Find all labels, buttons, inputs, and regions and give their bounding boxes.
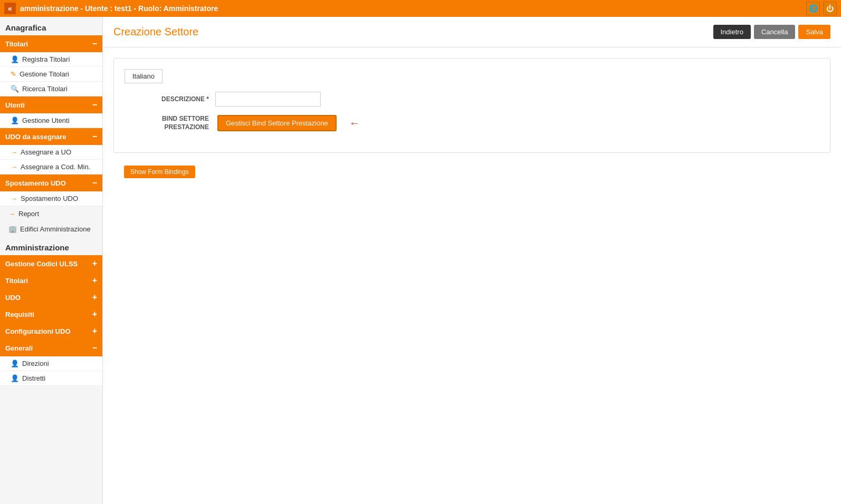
sidebar-item-edifici-label: Edifici Amministrazione	[20, 225, 91, 233]
sidebar-group-requisiti-toggle: +	[92, 309, 97, 319]
sidebar-item-distretti-label: Distretti	[22, 374, 45, 382]
indietro-button[interactable]: Indietro	[713, 25, 751, 39]
sidebar-item-assegnare-cod-min-label: Assegnare a Cod. Min.	[21, 163, 90, 171]
descrizione-input[interactable]	[215, 92, 321, 106]
sidebar-item-spostamento-udo[interactable]: → Spostamento UDO	[0, 191, 102, 206]
sidebar-group-titolari-admin-toggle: +	[92, 276, 97, 285]
sidebar-item-registra-titolari-label: Registra Titolari	[22, 55, 70, 63]
show-form-bindings-area: Show Form Bindings	[124, 166, 830, 178]
arrow-indicator: ←	[349, 117, 360, 129]
person-icon: 👤	[11, 55, 19, 63]
sidebar: Anagrafica Titolari − 👤 Registra Titolar…	[0, 17, 103, 504]
sidebar-item-report-label: Report	[18, 210, 39, 218]
arrow-icon-3: →	[11, 195, 17, 202]
layout: Anagrafica Titolari − 👤 Registra Titolar…	[0, 17, 841, 504]
sidebar-group-gestione-codici-ulss-toggle: +	[92, 259, 97, 268]
sidebar-item-gestione-titolari-label: Gestione Titolari	[20, 70, 69, 78]
sidebar-item-spostamento-udo-label: Spostamento UDO	[21, 195, 78, 202]
arrow-icon-4: →	[8, 210, 15, 218]
sidebar-item-registra-titolari[interactable]: 👤 Registra Titolari	[0, 52, 102, 67]
sidebar-group-titolari-label: Titolari	[5, 40, 28, 48]
sidebar-group-configurazioni-udo-label: Configurazioni UDO	[5, 327, 71, 335]
sidebar-group-generali-label: Generali	[5, 344, 33, 352]
content-header: Creazione Settore Indietro Cancella Salv…	[103, 17, 841, 47]
sidebar-group-udo-admin[interactable]: UDO +	[0, 289, 102, 306]
sidebar-group-utenti-toggle: −	[92, 100, 97, 110]
search-icon: 🔍	[11, 85, 19, 93]
topbar-icons: 🌐 ⏻	[806, 2, 837, 15]
topbar: « amministrazione - Utente : test1 - Ruo…	[0, 0, 841, 17]
sidebar-group-generali-toggle: −	[92, 343, 97, 353]
sidebar-group-titolari-admin-label: Titolari	[5, 277, 28, 285]
edit-icon: ✎	[11, 70, 16, 78]
sidebar-item-direzioni-label: Direzioni	[22, 360, 49, 367]
sidebar-item-gestione-titolari[interactable]: ✎ Gestione Titolari	[0, 67, 102, 82]
building-icon: 🏢	[8, 225, 17, 233]
header-buttons: Indietro Cancella Salva	[713, 25, 831, 39]
sidebar-group-gestione-codici-ulss-label: Gestione Codici ULSS	[5, 260, 78, 268]
salva-button[interactable]: Salva	[798, 25, 830, 39]
topbar-collapse-button[interactable]: «	[4, 3, 16, 14]
gestisci-bind-button[interactable]: Gestisci Bind Settore Prestazione	[217, 115, 337, 131]
person-icon-3: 👤	[11, 360, 19, 367]
sidebar-group-utenti[interactable]: Utenti −	[0, 96, 102, 113]
descrizione-row: DESCRIZIONE *	[125, 92, 819, 106]
sidebar-group-utenti-label: Utenti	[5, 101, 25, 109]
sidebar-group-configurazioni-udo[interactable]: Configurazioni UDO +	[0, 323, 102, 340]
arrow-icon: →	[11, 148, 17, 156]
form-area: Italiano DESCRIZIONE * BIND SETTORE PRES…	[103, 47, 841, 189]
sidebar-item-report[interactable]: → Report	[0, 206, 102, 221]
form-card: Italiano DESCRIZIONE * BIND SETTORE PRES…	[113, 58, 830, 153]
sidebar-item-assegnare-uo-label: Assegnare a UO	[21, 148, 71, 156]
sidebar-item-assegnare-uo[interactable]: → Assegnare a UO	[0, 145, 102, 160]
sidebar-group-configurazioni-udo-toggle: +	[92, 326, 97, 336]
arrow-icon-2: →	[11, 163, 17, 171]
sidebar-group-gestione-codici-ulss[interactable]: Gestione Codici ULSS +	[0, 255, 102, 272]
sidebar-group-requisiti-label: Requisiti	[5, 311, 34, 318]
italiano-tab[interactable]: Italiano	[125, 69, 163, 83]
power-icon-button[interactable]: ⏻	[823, 2, 837, 15]
person-icon-2: 👤	[11, 117, 19, 124]
sidebar-group-spostamento-udo-toggle: −	[92, 178, 97, 188]
sidebar-item-distretti[interactable]: 👤 Distretti	[0, 371, 102, 386]
sidebar-group-udo-assegnare-toggle: −	[92, 132, 97, 141]
sidebar-item-gestione-utenti[interactable]: 👤 Gestione Utenti	[0, 113, 102, 128]
anagrafica-section-label: Anagrafica	[0, 17, 102, 35]
page-title: Creazione Settore	[113, 26, 198, 38]
bind-settore-row: BIND SETTORE PRESTAZIONE Gestisci Bind S…	[125, 115, 819, 131]
cancella-button[interactable]: Cancella	[754, 25, 796, 39]
sidebar-group-spostamento-udo[interactable]: Spostamento UDO −	[0, 175, 102, 191]
sidebar-group-udo-admin-toggle: +	[92, 293, 97, 302]
topbar-left: « amministrazione - Utente : test1 - Ruo…	[4, 3, 218, 14]
sidebar-group-titolari-admin[interactable]: Titolari +	[0, 272, 102, 289]
amministrazione-section-label: Amministrazione	[0, 237, 102, 255]
sidebar-item-ricerca-titolari[interactable]: 🔍 Ricerca Titolari	[0, 82, 102, 96]
sidebar-group-udo-assegnare[interactable]: UDO da assegnare −	[0, 128, 102, 145]
sidebar-item-edifici[interactable]: 🏢 Edifici Amministrazione	[0, 221, 102, 237]
sidebar-group-spostamento-udo-label: Spostamento UDO	[5, 179, 66, 187]
show-form-bindings-button[interactable]: Show Form Bindings	[124, 166, 195, 178]
sidebar-group-generali[interactable]: Generali −	[0, 340, 102, 356]
person-icon-4: 👤	[11, 374, 19, 382]
bind-settore-label: BIND SETTORE PRESTAZIONE	[125, 115, 209, 131]
sidebar-item-gestione-utenti-label: Gestione Utenti	[22, 117, 70, 124]
globe-icon-button[interactable]: 🌐	[806, 2, 820, 15]
sidebar-group-udo-admin-label: UDO	[5, 294, 21, 302]
sidebar-group-udo-assegnare-label: UDO da assegnare	[5, 133, 66, 141]
sidebar-item-direzioni[interactable]: 👤 Direzioni	[0, 356, 102, 371]
topbar-title: amministrazione - Utente : test1 - Ruolo…	[20, 4, 218, 13]
main-content: Creazione Settore Indietro Cancella Salv…	[103, 17, 841, 504]
sidebar-group-requisiti[interactable]: Requisiti +	[0, 306, 102, 323]
descrizione-label: DESCRIZIONE *	[125, 95, 209, 103]
sidebar-item-ricerca-titolari-label: Ricerca Titolari	[22, 85, 68, 93]
sidebar-item-assegnare-cod-min[interactable]: → Assegnare a Cod. Min.	[0, 160, 102, 175]
sidebar-group-titolari[interactable]: Titolari −	[0, 35, 102, 52]
sidebar-group-titolari-toggle: −	[92, 39, 97, 49]
